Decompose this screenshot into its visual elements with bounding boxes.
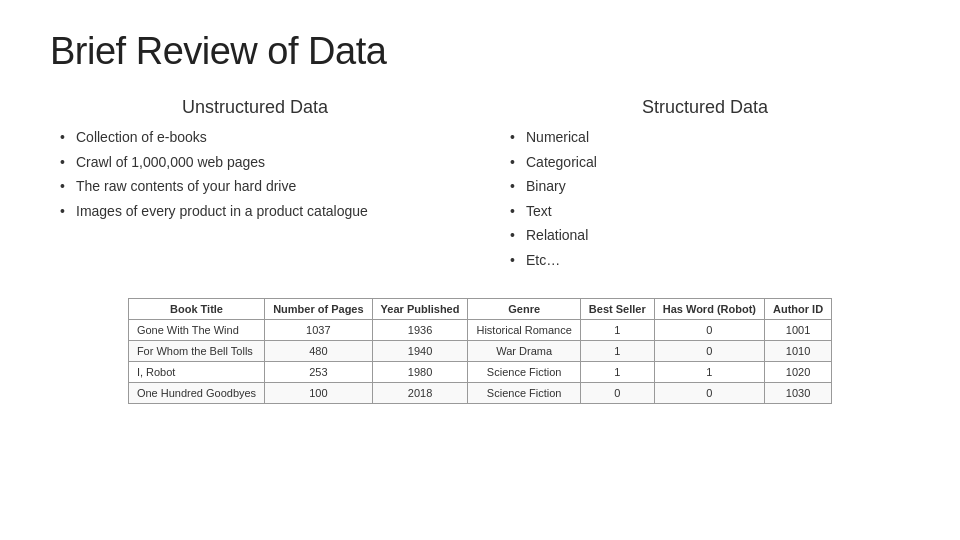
cell-hasword: 0 — [654, 382, 764, 403]
table-row: One Hundred Goodbyes 100 2018 Science Fi… — [128, 382, 831, 403]
col-header-book-title: Book Title — [128, 298, 264, 319]
cell-year: 2018 — [372, 382, 468, 403]
structured-heading: Structured Data — [500, 97, 910, 118]
col-header-bestseller: Best Seller — [580, 298, 654, 319]
list-item: Images of every product in a product cat… — [60, 202, 460, 222]
cell-bestseller: 1 — [580, 319, 654, 340]
col-header-pages: Number of Pages — [265, 298, 372, 319]
list-item: Numerical — [510, 128, 910, 148]
col-header-year: Year Published — [372, 298, 468, 319]
cell-title: For Whom the Bell Tolls — [128, 340, 264, 361]
list-item: Categorical — [510, 153, 910, 173]
cell-pages: 253 — [265, 361, 372, 382]
cell-authorid: 1010 — [765, 340, 832, 361]
cell-year: 1936 — [372, 319, 468, 340]
cell-title: One Hundred Goodbyes — [128, 382, 264, 403]
structured-column: Structured Data Numerical Categorical Bi… — [480, 97, 910, 276]
cell-hasword: 0 — [654, 319, 764, 340]
cell-year: 1980 — [372, 361, 468, 382]
unstructured-column: Unstructured Data Collection of e-books … — [50, 97, 480, 276]
table-section: Book Title Number of Pages Year Publishe… — [50, 298, 910, 404]
structured-list: Numerical Categorical Binary Text Relati… — [500, 128, 910, 271]
cell-title: I, Robot — [128, 361, 264, 382]
table-header-row: Book Title Number of Pages Year Publishe… — [128, 298, 831, 319]
cell-genre: Science Fiction — [468, 361, 580, 382]
cell-hasword: 0 — [654, 340, 764, 361]
unstructured-heading: Unstructured Data — [50, 97, 460, 118]
cell-bestseller: 1 — [580, 340, 654, 361]
cell-year: 1940 — [372, 340, 468, 361]
two-column-section: Unstructured Data Collection of e-books … — [50, 97, 910, 276]
list-item: Crawl of 1,000,000 web pages — [60, 153, 460, 173]
list-item: Collection of e-books — [60, 128, 460, 148]
table-row: Gone With The Wind 1037 1936 Historical … — [128, 319, 831, 340]
cell-genre: War Drama — [468, 340, 580, 361]
list-item: Etc… — [510, 251, 910, 271]
cell-authorid: 1030 — [765, 382, 832, 403]
table-row: I, Robot 253 1980 Science Fiction 1 1 10… — [128, 361, 831, 382]
col-header-genre: Genre — [468, 298, 580, 319]
page: Brief Review of Data Unstructured Data C… — [0, 0, 960, 540]
cell-genre: Science Fiction — [468, 382, 580, 403]
col-header-authorid: Author ID — [765, 298, 832, 319]
list-item: Text — [510, 202, 910, 222]
unstructured-list: Collection of e-books Crawl of 1,000,000… — [50, 128, 460, 221]
list-item: The raw contents of your hard drive — [60, 177, 460, 197]
cell-pages: 1037 — [265, 319, 372, 340]
cell-bestseller: 0 — [580, 382, 654, 403]
page-title: Brief Review of Data — [50, 30, 910, 73]
cell-pages: 100 — [265, 382, 372, 403]
list-item: Relational — [510, 226, 910, 246]
data-table: Book Title Number of Pages Year Publishe… — [128, 298, 832, 404]
cell-authorid: 1020 — [765, 361, 832, 382]
table-body: Gone With The Wind 1037 1936 Historical … — [128, 319, 831, 403]
list-item: Binary — [510, 177, 910, 197]
col-header-hasword: Has Word (Robot) — [654, 298, 764, 319]
cell-title: Gone With The Wind — [128, 319, 264, 340]
cell-hasword: 1 — [654, 361, 764, 382]
cell-authorid: 1001 — [765, 319, 832, 340]
cell-pages: 480 — [265, 340, 372, 361]
cell-bestseller: 1 — [580, 361, 654, 382]
table-row: For Whom the Bell Tolls 480 1940 War Dra… — [128, 340, 831, 361]
cell-genre: Historical Romance — [468, 319, 580, 340]
